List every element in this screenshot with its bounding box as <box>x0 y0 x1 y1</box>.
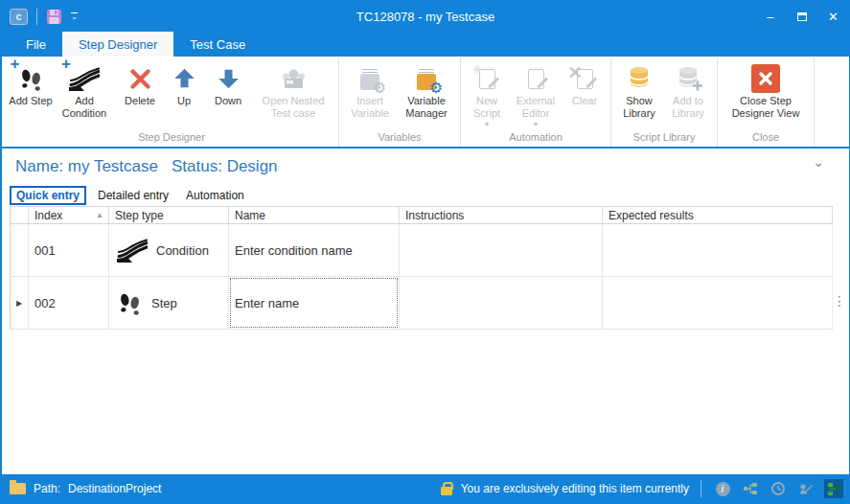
up-arrow-icon <box>172 62 197 95</box>
column-header-expected-results[interactable]: Expected results <box>603 207 833 223</box>
add-condition-button[interactable]: + Add Condition <box>53 57 116 120</box>
tab-detailed-entry[interactable]: Detailed entry <box>89 187 177 204</box>
name-cell-value: Enter name <box>235 296 299 310</box>
path-value[interactable]: DestinationProject <box>68 482 161 495</box>
column-header-instructions[interactable]: Instructions <box>400 207 603 223</box>
expected-results-cell[interactable] <box>603 224 833 276</box>
status-right: You are exclusively editing this item cu… <box>441 479 843 498</box>
tab-automation[interactable]: Automation <box>177 187 253 204</box>
status-label: Status: <box>172 157 222 175</box>
name-cell[interactable]: Enter condition name <box>229 224 400 276</box>
ribbon-group-label: Script Library <box>615 130 713 147</box>
open-nested-testcase-icon <box>279 62 309 95</box>
condition-icon <box>117 239 148 263</box>
tab-step-designer[interactable]: Step Designer <box>62 32 173 57</box>
ribbon-group-label: Automation <box>465 130 607 147</box>
new-script-icon: ✳ <box>479 62 495 95</box>
info-icon[interactable]: i <box>713 479 732 498</box>
maximize-button[interactable] <box>786 1 817 32</box>
open-nested-testcase-button[interactable]: Open Nested Test case <box>252 57 334 120</box>
expected-results-cell[interactable] <box>603 277 833 329</box>
show-library-label: Show Library <box>615 95 663 120</box>
insert-variable-label: Insert Variable <box>343 95 397 120</box>
table-row[interactable]: 001 Condition Enter <box>10 224 833 277</box>
add-condition-label: Add Condition <box>53 95 116 120</box>
add-to-library-label: Add to Library <box>663 95 713 120</box>
add-to-library-button[interactable]: Add to Library <box>663 57 713 120</box>
customize-toolbar-chevron-icon[interactable]: ⌄ <box>71 12 78 20</box>
tools-icon[interactable] <box>796 479 816 498</box>
instructions-cell[interactable] <box>400 224 603 276</box>
grid-overflow-handle[interactable]: ⋮ <box>833 294 846 308</box>
dropdown-arrow-icon[interactable]: ▾ <box>485 122 489 127</box>
show-library-button[interactable]: Show Library <box>615 57 663 120</box>
hierarchy-icon[interactable] <box>741 479 760 498</box>
row-indicator-cell[interactable] <box>10 224 29 276</box>
name-cell-value: Enter condition name <box>235 243 353 258</box>
up-button[interactable]: Up <box>164 57 204 107</box>
down-button[interactable]: Down <box>204 57 252 107</box>
external-editor-button[interactable]: External Editor ▾ <box>509 57 563 127</box>
step-grid-area: Index ▲ Step type Name Instructions Expe… <box>2 206 849 474</box>
path-label: Path: <box>34 482 60 495</box>
index-cell[interactable]: 001 <box>29 224 109 276</box>
new-script-button[interactable]: ✳ New Script ▾ <box>465 57 509 127</box>
step-type-cell[interactable]: Condition <box>109 224 229 276</box>
down-label: Down <box>215 95 241 107</box>
open-nested-testcase-label: Open Nested Test case <box>252 95 334 120</box>
title-bar: c ⌄ TC128078 - my Testcase – ✕ <box>2 1 849 32</box>
ribbon-group-automation: ✳ New Script ▾ External Editor ▾ ✕ <box>461 57 611 147</box>
step-icon <box>117 290 143 316</box>
add-condition-icon: + <box>69 62 100 95</box>
close-button[interactable]: ✕ <box>817 1 849 32</box>
column-header-index[interactable]: Index ▲ <box>29 207 109 223</box>
table-row[interactable]: ▶ 002 Step Enter name <box>10 277 833 330</box>
column-header-label: Expected results <box>609 209 694 222</box>
app-window: c ⌄ TC128078 - my Testcase – ✕ File Ste <box>0 0 850 504</box>
name-cell-selected[interactable]: Enter name <box>229 277 400 329</box>
instructions-cell[interactable] <box>400 277 603 329</box>
ribbon-group-label: Variables <box>343 130 456 147</box>
history-icon[interactable] <box>769 479 788 498</box>
delete-button[interactable]: Delete <box>116 57 164 107</box>
insert-variable-button[interactable]: ⚙ Insert Variable <box>343 57 397 120</box>
status-value: Design <box>227 157 278 175</box>
tree-icon[interactable] <box>824 479 843 498</box>
row-indicator-cell[interactable]: ▶ <box>10 277 29 329</box>
plus-badge-icon: + <box>11 56 20 72</box>
tab-file[interactable]: File <box>10 32 62 57</box>
minimize-button[interactable]: – <box>754 1 786 32</box>
close-step-designer-view-label: Close Step Designer View <box>722 95 810 120</box>
entry-tab-bar: Quick entry Detailed entry Automation <box>2 184 849 206</box>
column-header-label: Step type <box>115 209 164 222</box>
dropdown-arrow-icon[interactable]: ▾ <box>534 122 538 127</box>
add-step-button[interactable]: + Add Step <box>9 57 53 107</box>
external-editor-icon <box>528 62 544 95</box>
add-step-icon: + <box>18 62 44 95</box>
tab-quick-entry[interactable]: Quick entry <box>10 186 86 205</box>
delete-icon <box>128 62 152 95</box>
table-header-row: Index ▲ Step type Name Instructions Expe… <box>10 206 833 224</box>
save-icon[interactable] <box>46 9 62 25</box>
column-header-step-type[interactable]: Step type <box>109 207 229 223</box>
column-header-name[interactable]: Name <box>229 207 400 223</box>
tab-test-case[interactable]: Test Case <box>173 32 262 57</box>
close-step-designer-view-button[interactable]: Close Step Designer View <box>722 57 810 120</box>
index-cell[interactable]: 002 <box>29 277 109 329</box>
ribbon-group-script-library: Show Library Add to Library <box>611 57 718 147</box>
window-controls: – ✕ <box>754 1 849 32</box>
ribbon-tab-bar: File Step Designer Test Case <box>2 32 849 57</box>
variable-manager-button[interactable]: ⚙ Variable Manager <box>397 57 456 120</box>
step-type-label: Condition <box>156 243 209 258</box>
clear-script-button[interactable]: ✕ Clear <box>563 57 607 107</box>
status-bar: Path: DestinationProject You are exclusi… <box>2 474 849 503</box>
new-script-label: New Script <box>465 95 509 120</box>
column-header-label: Index <box>34 209 62 222</box>
insert-variable-icon: ⚙ <box>360 62 379 95</box>
testcase-status: Status: Design <box>172 157 278 176</box>
step-type-cell[interactable]: Step <box>109 277 229 329</box>
app-icon[interactable]: c <box>10 9 28 25</box>
collapse-header-chevron-icon[interactable]: ⌄ <box>813 154 824 170</box>
clear-script-icon: ✕ <box>577 62 593 95</box>
plus-badge-icon: + <box>61 56 71 72</box>
